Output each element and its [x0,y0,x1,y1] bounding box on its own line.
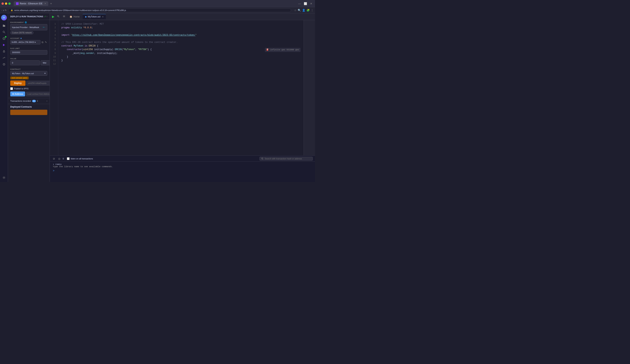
terminal-search-input[interactable] [265,158,311,160]
zoom-button[interactable]: 🔍 [298,9,301,12]
deploy-panel: DEPLOY & RUN TRANSACTIONS ✓ › ENVIRONMEN… [8,13,50,182]
maximize-window-button[interactable] [8,2,11,5]
transactions-info-icon[interactable]: ℹ [37,100,38,102]
line-num-9: 9 [51,52,56,55]
sidebar-item-file-explorer[interactable] [1,23,7,28]
deploy-button[interactable]: Deploy [10,80,26,86]
minimize-window-button[interactable] [5,2,7,5]
terminal-search [260,157,313,161]
sidebar-item-settings[interactable] [1,175,7,181]
url-bar[interactable]: 🔒 remix.ethereum.org/#lang=en&optimize=f… [8,8,291,12]
network-badge: Custom (5678) network [10,31,34,34]
browser-tab-bar: Remix - Ethereum IDE ✕ + [14,1,296,6]
contract-section: CONTRACT MyToken - MyToken.sol ▾ evm ver… [8,67,50,98]
editor-area: ▶ 🏠 Home ◆ MyToken.sol [50,13,315,182]
maximize-btn[interactable]: ⬜ [303,2,308,5]
contract-label: CONTRACT [10,68,47,70]
home-tab-icon: 🏠 [70,15,72,18]
sidebar-item-debug[interactable] [1,49,7,54]
svg-point-7 [4,177,4,178]
back-button[interactable]: ‹ [2,9,2,12]
tab-close-button[interactable]: ✕ [44,2,46,4]
sidebar-item-deploy[interactable] [1,42,7,48]
deploy-button-row: Deploy ▾ [10,80,47,86]
sidebar-item-search[interactable] [1,29,7,35]
unit-select[interactable]: Wei Gwei Finney Ether [41,60,50,65]
deployed-contracts-bar[interactable] [10,110,47,115]
tab-mytoken[interactable]: ◆ MyToken.sol ✕ [83,14,106,19]
line-num-11: 11 [51,59,56,62]
bookmark-star-button[interactable]: ☆ [294,9,296,12]
edit-account-button[interactable]: ✎ [44,40,47,44]
svg-marker-4 [3,44,5,46]
account-value: 0x3B9...A421e (796.98433 [12,41,34,43]
terminal-search-icon [261,158,264,160]
refresh-button[interactable]: ↻ [5,9,7,12]
deploy-title: DEPLOY & RUN TRANSACTIONS ✓ [10,15,46,18]
new-tab-button[interactable]: + [49,2,53,5]
account-label: ACCOUNT ⊕ [10,37,47,39]
terminal-clear-button[interactable]: ⊘ [52,157,56,161]
deployed-contracts-title: Deployed Contracts [10,106,47,108]
lock-icon: 🔒 [11,9,13,11]
browser-window-controls: — ⬜ ✕ [297,2,314,5]
deploy-title-text: DEPLOY & RUN TRANSACTIONS [10,15,43,18]
copy-account-button[interactable]: ⧉ [41,40,44,44]
remix-logo[interactable] [1,15,7,20]
editor-settings-button[interactable] [62,14,66,19]
contract-dropdown-icon: ▾ [44,72,46,75]
sidebar-item-analysis[interactable] [1,55,7,61]
extensions-button[interactable]: 🧩 [306,9,310,12]
tab-title: Remix - Ethereum IDE [20,2,42,5]
address-bar: ‹ › ↻ 🔒 remix.ethereum.org/#lang=en&opti… [0,7,315,13]
deploy-params-input[interactable] [26,81,50,85]
file-tab-label: MyToken.sol [88,15,100,18]
contract-select[interactable]: MyToken - MyToken.sol ▾ [10,71,47,76]
forward-button[interactable]: › [3,9,4,12]
line-num-10: 10 [51,55,56,59]
sidebar-item-plugins[interactable] [1,61,7,67]
line-num-4: 4 [51,33,56,37]
account-plus-icon[interactable]: ⊕ [20,37,22,39]
settings-menu-button[interactable]: ⋮ [311,9,314,12]
transactions-left: Transactions recorded 0 ℹ [10,100,38,102]
close-btn[interactable]: ✕ [309,2,314,5]
value-input[interactable] [10,60,40,65]
environment-info-icon: 🌐 [25,21,27,23]
browser-tab-active[interactable]: Remix - Ethereum IDE ✕ [14,1,48,6]
search-code-button[interactable] [56,14,61,19]
terminal-prompt-icon: > [53,169,54,172]
value-section: VALUE Wei Gwei Finney Ether [8,56,50,67]
line-num-8: 8 [51,48,56,51]
load-contract-address-input[interactable] [26,92,50,96]
value-label: VALUE [10,58,47,60]
profile-button[interactable]: 👤 [302,9,305,12]
at-address-button[interactable]: At Address [10,91,25,96]
publish-ipfs-checkbox[interactable] [10,87,13,90]
transactions-chevron-icon[interactable]: › [46,100,47,102]
minimize-btn[interactable]: — [297,2,302,5]
transactions-title: Transactions recorded [10,100,31,102]
run-button[interactable]: ▶ [51,14,55,19]
svg-point-8 [58,15,59,17]
tab-home[interactable]: 🏠 Home [67,14,82,19]
environment-select[interactable]: Injected Provider - MetaMask ← [10,24,47,30]
evm-version-badge: evm version: paris [10,76,29,79]
sidebar-item-compiler[interactable] [1,36,7,41]
code-content[interactable]: // SPDX-License-Identifier: MIT pragma s… [58,20,304,156]
transactions-recorded-row[interactable]: Transactions recorded 0 ℹ › [8,98,50,104]
terminal-stop-button[interactable]: ◎ [58,157,61,161]
titlebar: Remix - Ethereum IDE ✕ + — ⬜ ✕ [0,0,315,7]
file-tab-close-icon[interactable]: ✕ [102,16,104,18]
terminal-content[interactable]: • remix Type the library name to see ava… [50,162,315,182]
listen-all-transactions-checkbox[interactable] [67,157,70,160]
code-editor: 1 2 3 4 5 6 7 8 9 10 11 12 // SPDX-Licen… [50,20,315,156]
contract-value: MyToken - MyToken.sol [12,72,34,75]
home-tab-label: Home [74,15,80,18]
gas-limit-input[interactable] [10,50,47,55]
traffic-lights [2,2,11,5]
close-window-button[interactable] [2,2,4,5]
terminal-prompt-row: > [53,169,312,172]
account-select[interactable]: 0x3B9...A421e (796.98433 ▾ [10,40,40,44]
deploy-panel-chevron-icon[interactable]: › [46,15,47,18]
